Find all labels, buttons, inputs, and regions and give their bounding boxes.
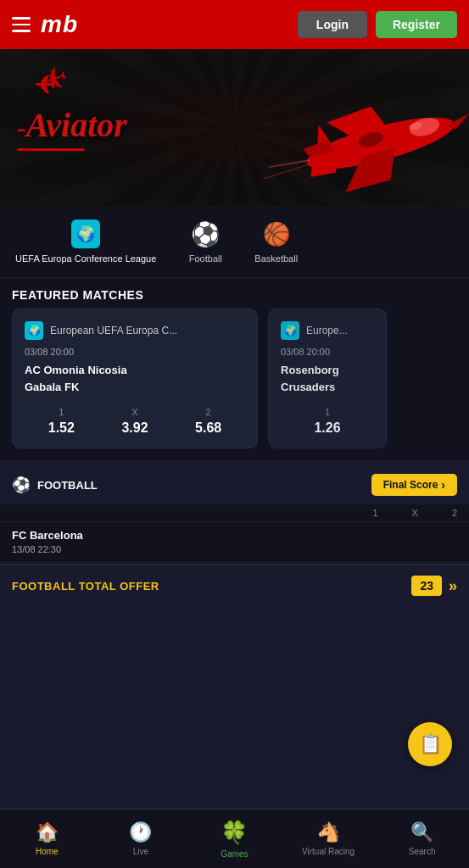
hamburger-menu[interactable] — [12, 17, 31, 32]
final-score-arrow: › — [441, 478, 445, 492]
league-icon-2: 🌍 — [281, 321, 299, 340]
sub-label-2: 2 — [452, 508, 457, 518]
match-time-1: 03/08 20:00 — [25, 347, 245, 357]
svg-line-11 — [262, 164, 312, 179]
live-label: Live — [133, 847, 148, 856]
odd-1-3[interactable]: 2 5.68 — [195, 407, 221, 436]
banner-content: ✈ -Aviator — [17, 104, 127, 151]
odd-value-1-3: 5.68 — [195, 420, 221, 436]
total-offer-bar[interactable]: FOOTBALL TOTAL OFFER 23 » — [0, 565, 469, 606]
tab-football[interactable]: ⚽ Football — [171, 214, 239, 269]
match-odds-2: 1 1.26 — [281, 407, 374, 436]
tab-europa[interactable]: 🌍 UEFA Europa Conference League — [0, 214, 171, 269]
odd-label-2-1: 1 — [325, 407, 330, 417]
team1-1: AC Omonia Nicosia — [25, 362, 245, 379]
register-button[interactable]: Register — [376, 11, 457, 38]
aviator-underline — [17, 148, 85, 151]
match-teams-1: AC Omonia Nicosia Gabala FK — [25, 362, 245, 395]
europa-icon: 🌍 — [71, 220, 100, 248]
football-match-row[interactable]: FC Barcelona 13/08 22:30 — [0, 521, 469, 561]
odd-1-1[interactable]: 1 1.52 — [48, 407, 75, 436]
header-buttons: Login Register — [298, 11, 457, 38]
odd-label-1-3: 2 — [206, 407, 211, 417]
bottom-navigation: 🏠 Home 🕐 Live 🍀 Games 🐴 Virtual Racing 🔍… — [0, 809, 469, 868]
search-label: Search — [409, 847, 436, 856]
virtual-label: Virtual Racing — [302, 847, 355, 856]
odd-value-1-2: 3.92 — [121, 420, 148, 436]
featured-title: FEATURED MATCHES — [0, 278, 469, 309]
football-label: Football — [189, 253, 222, 264]
offer-arrows: » — [449, 577, 457, 595]
home-label: Home — [36, 847, 59, 856]
match-card-2[interactable]: 🌍 Europe... 03/08 20:00 Rosenborg Crusad… — [268, 309, 387, 448]
final-score-label: Final Score — [383, 479, 438, 491]
search-icon: 🔍 — [410, 821, 433, 843]
football-icon: ⚽ — [191, 220, 220, 248]
football-header: ⚽ FOOTBALL Final Score › — [0, 465, 469, 504]
football-team: FC Barcelona — [12, 529, 457, 542]
match-league-2: 🌍 Europe... — [281, 321, 374, 340]
plane-graphic — [232, 49, 469, 206]
total-offer-count: 23 » — [411, 576, 457, 596]
total-offer-label: FOOTBALL TOTAL OFFER — [12, 580, 159, 593]
nav-virtual[interactable]: 🐴 Virtual Racing — [282, 810, 376, 868]
team2-2: Crusaders — [281, 379, 374, 396]
sub-label-1: 1 — [372, 508, 377, 518]
football-sub-header: 1 X 2 — [0, 504, 469, 521]
featured-section: FEATURED MATCHES 🌍 European UEFA Europa … — [0, 278, 469, 460]
games-icon: 🍀 — [221, 820, 248, 846]
odd-value-1-1: 1.52 — [48, 420, 75, 436]
svg-line-10 — [269, 156, 311, 171]
odd-2-1[interactable]: 1 1.26 — [314, 407, 340, 436]
sports-tabs: 🌍 UEFA Europa Conference League ⚽ Footba… — [0, 206, 469, 278]
match-teams-2: Rosenborg Crusaders — [281, 362, 374, 395]
nav-live[interactable]: 🕐 Live — [94, 810, 188, 868]
app-logo: mb — [41, 11, 78, 38]
league-name-2: Europe... — [306, 325, 348, 337]
aviator-title: -Aviator — [17, 104, 127, 145]
match-time-2: 03/08 20:00 — [281, 347, 374, 357]
football-section: ⚽ FOOTBALL Final Score › 1 X 2 FC Barcel… — [0, 465, 469, 561]
odd-label-1-2: X — [131, 407, 137, 417]
league-icon-1: 🌍 — [25, 321, 43, 340]
login-button[interactable]: Login — [298, 11, 367, 38]
sub-label-x: X — [412, 508, 418, 518]
odd-value-2-1: 1.26 — [314, 420, 340, 436]
nav-games[interactable]: 🍀 Games — [187, 810, 282, 868]
app-header: mb Login Register — [0, 0, 469, 49]
football-match-time: 13/08 22:30 — [12, 544, 457, 554]
matches-container: 🌍 European UEFA Europa C... 03/08 20:00 … — [0, 309, 469, 460]
nav-home[interactable]: 🏠 Home — [0, 810, 94, 868]
games-label: Games — [221, 849, 248, 859]
league-name-1: European UEFA Europa C... — [50, 325, 177, 337]
match-card-1[interactable]: 🌍 European UEFA Europa C... 03/08 20:00 … — [12, 309, 258, 448]
match-league-1: 🌍 European UEFA Europa C... — [25, 321, 245, 340]
football-section-title: ⚽ FOOTBALL — [12, 476, 98, 494]
virtual-icon: 🐴 — [317, 821, 340, 843]
home-icon: 🏠 — [36, 821, 59, 843]
basketball-label: Basketball — [254, 253, 298, 264]
bet-slip-button[interactable]: 📋 — [408, 722, 452, 766]
football-section-label: FOOTBALL — [37, 479, 98, 492]
header-left: mb — [12, 11, 78, 38]
odd-1-2[interactable]: X 3.92 — [121, 407, 148, 436]
match-odds-1: 1 1.52 X 3.92 2 5.68 — [25, 407, 245, 436]
team2-1: Gabala FK — [25, 379, 245, 396]
nav-search[interactable]: 🔍 Search — [375, 810, 469, 868]
football-icon-section: ⚽ — [12, 476, 31, 494]
bet-slip-icon: 📋 — [419, 733, 442, 755]
final-score-button[interactable]: Final Score › — [371, 474, 457, 496]
basketball-icon: 🏀 — [262, 220, 291, 248]
aviator-banner[interactable]: ✈ -Aviator — [0, 49, 469, 206]
offer-count: 23 — [411, 576, 442, 596]
live-icon: 🕐 — [129, 821, 152, 843]
odd-label-1-1: 1 — [59, 407, 64, 417]
tab-basketball[interactable]: 🏀 Basketball — [239, 214, 313, 269]
europa-label: UEFA Europa Conference League — [15, 253, 156, 264]
team1-2: Rosenborg — [281, 362, 374, 379]
